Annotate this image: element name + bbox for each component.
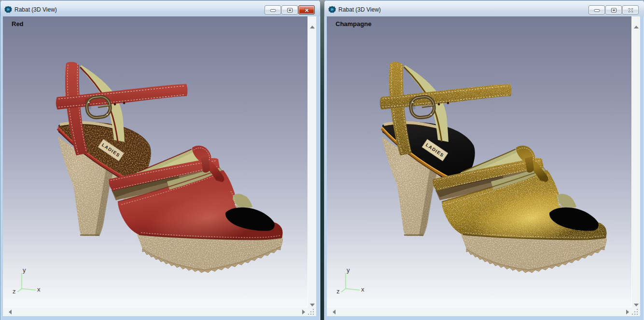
svg-text:y: y (347, 266, 350, 274)
svg-text:y: y (23, 266, 26, 274)
svg-text:x: x (361, 286, 364, 293)
svg-text:x: x (37, 286, 41, 293)
svg-text:z: z (13, 288, 16, 295)
svg-text:z: z (336, 288, 340, 295)
